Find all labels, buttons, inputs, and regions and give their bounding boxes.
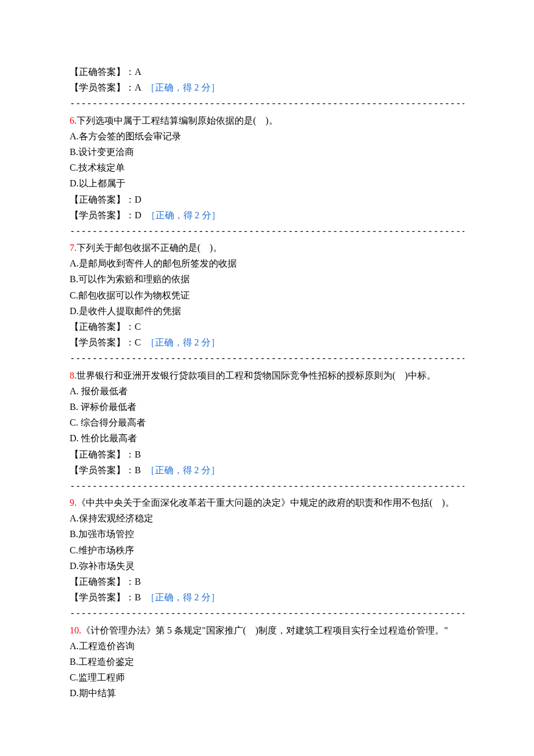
student-answer-value: D (135, 210, 142, 220)
feedback-text: ［正确，得 2 分］ (146, 465, 220, 475)
feedback-text: ［正确，得 2 分］ (146, 592, 220, 602)
student-answer-value: A (135, 82, 141, 92)
student-answer-line: 【学员答案】：B ［正确，得 2 分］ (70, 462, 464, 478)
correct-answer-line: 【正确答案】：D (70, 192, 464, 207)
question-block: 【正确答案】：A 【学员答案】：A ［正确，得 2 分］ -----------… (70, 64, 464, 111)
option-a: A.是邮局收到寄件人的邮包所签发的收据 (70, 255, 464, 271)
option-a: A.各方会签的图纸会审记录 (70, 128, 464, 144)
question-number: 6. (70, 116, 77, 125)
student-answer-label: 【学员答案】： (70, 592, 135, 602)
question-block: 9.《中共中央关于全面深化改革若干重大问题的决定》中规定的政府的职责和作用不包括… (70, 495, 464, 621)
question-number: 8. (70, 370, 77, 380)
option-c: C.维护市场秩序 (70, 542, 464, 558)
correct-answer-value: D (135, 195, 142, 204)
question-block: 10.《计价管理办法》第 5 条规定"国家推广( )制度，对建筑工程项目实行全过… (70, 622, 464, 701)
divider: ----------------------------------------… (70, 223, 464, 239)
correct-answer-label: 【正确答案】： (70, 577, 135, 586)
question-text: 《计价管理办法》第 5 条规定"国家推广( )制度，对建筑工程项目实行全过程造价… (81, 625, 448, 635)
option-b: B.设计变更洽商 (70, 144, 464, 160)
feedback-text: ［正确，得 2 分］ (146, 210, 221, 220)
question-number: 9. (70, 498, 77, 507)
student-answer-line: 【学员答案】：B ［正确，得 2 分］ (70, 589, 464, 605)
divider: ----------------------------------------… (70, 605, 464, 621)
question-stem: 10.《计价管理办法》第 5 条规定"国家推广( )制度，对建筑工程项目实行全过… (70, 622, 464, 638)
option-a: A.工程造价咨询 (70, 638, 464, 654)
student-answer-line: 【学员答案】：C ［正确，得 2 分］ (70, 334, 464, 350)
student-answer-value: B (135, 592, 141, 602)
question-block: 6.下列选项中属于工程结算编制原始依据的是( )。 A.各方会签的图纸会审记录 … (70, 113, 464, 239)
correct-answer-value: A (135, 67, 142, 77)
question-block: 7.下列关于邮包收据不正确的是( )。 A.是邮局收到寄件人的邮包所签发的收据 … (70, 240, 464, 366)
option-a: A. 报价最低者 (70, 383, 464, 399)
option-d: D.期中结算 (70, 685, 464, 701)
correct-answer-line: 【正确答案】：A (70, 64, 464, 80)
student-answer-label: 【学员答案】： (70, 82, 135, 92)
question-stem: 8.世界银行和亚洲开发银行贷款项目的工程和货物国际竞争性招标的授标原则为( )中… (70, 368, 464, 383)
question-text: 下列选项中属于工程结算编制原始依据的是( )。 (77, 116, 278, 125)
correct-answer-label: 【正确答案】： (70, 449, 135, 459)
option-b: B.工程造价鉴定 (70, 654, 464, 669)
correct-answer-value: B (135, 577, 141, 586)
divider: ----------------------------------------… (70, 350, 464, 366)
divider: ----------------------------------------… (70, 478, 464, 494)
option-b: B. 评标价最低者 (70, 399, 464, 415)
feedback-text: ［正确，得 2 分］ (146, 82, 220, 92)
student-answer-value: B (135, 465, 141, 475)
question-block: 8.世界银行和亚洲开发银行贷款项目的工程和货物国际竞争性招标的授标原则为( )中… (70, 368, 464, 494)
correct-answer-line: 【正确答案】：C (70, 319, 464, 334)
correct-answer-line: 【正确答案】：B (70, 574, 464, 589)
option-b: B.可以作为索赔和理赔的依据 (70, 271, 464, 287)
option-d: D.以上都属于 (70, 175, 464, 191)
student-answer-line: 【学员答案】：A ［正确，得 2 分］ (70, 80, 464, 95)
question-text: 世界银行和亚洲开发银行贷款项目的工程和货物国际竞争性招标的授标原则为( )中标。 (77, 370, 436, 380)
option-d: D. 性价比最高者 (70, 430, 464, 446)
correct-answer-line: 【正确答案】：B (70, 447, 464, 462)
divider: ----------------------------------------… (70, 95, 464, 111)
question-stem: 9.《中共中央关于全面深化改革若干重大问题的决定》中规定的政府的职责和作用不包括… (70, 495, 464, 510)
student-answer-label: 【学员答案】： (70, 337, 135, 347)
question-number: 10. (70, 625, 81, 635)
question-text: 《中共中央关于全面深化改革若干重大问题的决定》中规定的政府的职责和作用不包括( … (77, 498, 454, 507)
correct-answer-label: 【正确答案】： (70, 195, 135, 204)
question-stem: 7.下列关于邮包收据不正确的是( )。 (70, 240, 464, 255)
correct-answer-value: C (135, 322, 141, 332)
correct-answer-label: 【正确答案】： (70, 67, 135, 77)
question-number: 7. (70, 243, 77, 253)
student-answer-value: C (135, 337, 141, 347)
option-b: B.加强市场管控 (70, 526, 464, 542)
question-text: 下列关于邮包收据不正确的是( )。 (77, 243, 222, 253)
student-answer-label: 【学员答案】： (70, 210, 135, 220)
option-d: D.是收件人提取邮件的凭据 (70, 303, 464, 319)
option-c: C.技术核定单 (70, 160, 464, 175)
option-a: A.保持宏观经济稳定 (70, 510, 464, 526)
student-answer-line: 【学员答案】：D ［正确，得 2 分］ (70, 207, 464, 223)
option-c: C. 综合得分最高者 (70, 415, 464, 430)
student-answer-label: 【学员答案】： (70, 465, 135, 475)
feedback-text: ［正确，得 2 分］ (146, 337, 220, 347)
correct-answer-label: 【正确答案】： (70, 322, 135, 332)
option-c: C.邮包收据可以作为物权凭证 (70, 287, 464, 303)
option-d: D.弥补市场失灵 (70, 558, 464, 574)
question-stem: 6.下列选项中属于工程结算编制原始依据的是( )。 (70, 113, 464, 128)
option-c: C.监理工程师 (70, 669, 464, 685)
correct-answer-value: B (135, 449, 141, 459)
document-page: 【正确答案】：A 【学员答案】：A ［正确，得 2 分］ -----------… (0, 0, 534, 756)
